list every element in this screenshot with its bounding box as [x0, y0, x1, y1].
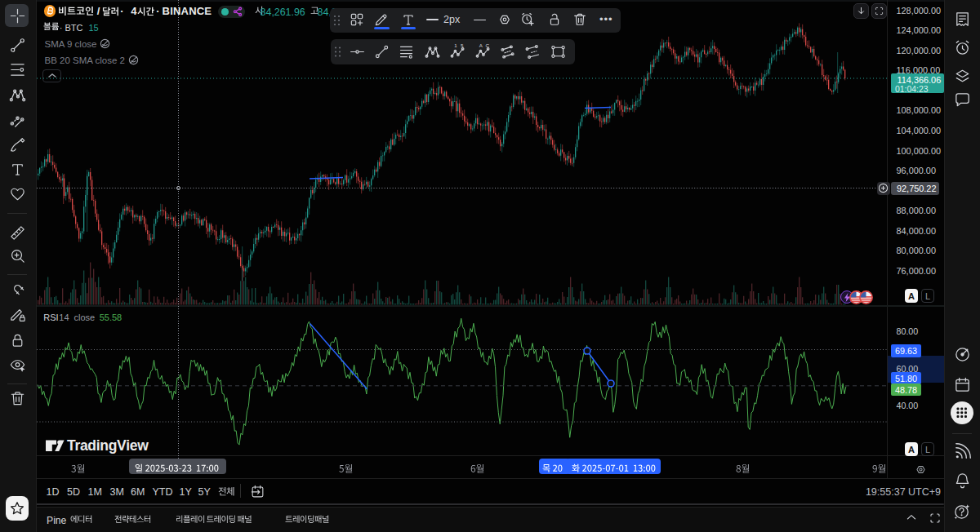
svg-text:A: A [479, 43, 483, 48]
svg-text:TradingView: TradingView [67, 437, 149, 454]
svg-text:5: 5 [461, 43, 464, 48]
svg-text:C: C [485, 43, 489, 48]
svg-text:1: 1 [454, 43, 457, 48]
